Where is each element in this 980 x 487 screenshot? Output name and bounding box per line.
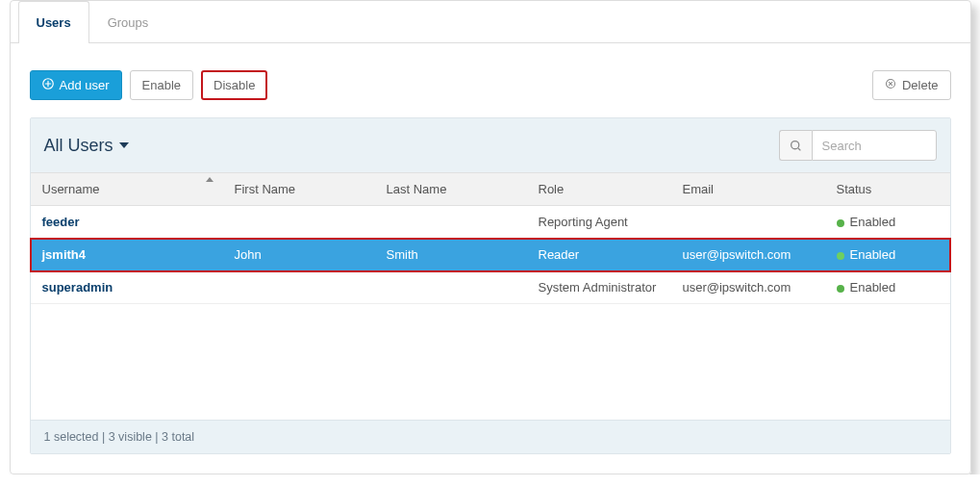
cell-status: Enabled	[825, 271, 950, 304]
panel-header: All Users	[31, 118, 950, 172]
tab-groups[interactable]: Groups	[89, 1, 167, 43]
cell-email: user@ipswitch.com	[671, 239, 825, 271]
panel-title-text: All Users	[44, 136, 113, 156]
cell-firstname: John	[223, 239, 375, 271]
cell-email	[671, 206, 825, 239]
app-shell: Users Groups Add user Enable Disable Del…	[10, 0, 971, 474]
search-icon[interactable]	[779, 130, 812, 161]
col-username-label: Username	[42, 182, 100, 196]
cell-lastname	[375, 271, 527, 304]
tab-content: Add user Enable Disable Delete All Users	[11, 43, 970, 474]
status-dot-icon	[837, 219, 844, 227]
toolbar: Add user Enable Disable Delete	[30, 70, 951, 100]
cell-firstname	[223, 271, 375, 304]
table-body: feederReporting AgentEnabledjsmith4JohnS…	[31, 206, 950, 304]
panel-title-dropdown[interactable]: All Users	[44, 136, 129, 156]
status-dot-icon	[837, 285, 844, 293]
username-link[interactable]: jsmith4	[42, 247, 87, 262]
users-panel: All Users Username	[30, 117, 951, 454]
cell-role: Reporting Agent	[527, 206, 671, 239]
col-role[interactable]: Role	[527, 173, 671, 206]
cell-role: Reader	[527, 239, 671, 271]
add-user-label: Add user	[60, 78, 110, 92]
username-link[interactable]: superadmin	[42, 280, 113, 295]
x-circle-icon	[885, 78, 896, 92]
disable-button[interactable]: Disable	[201, 70, 267, 100]
col-lastname[interactable]: Last Name	[375, 173, 527, 206]
delete-button[interactable]: Delete	[872, 70, 951, 100]
add-user-button[interactable]: Add user	[30, 70, 122, 100]
tab-bar: Users Groups	[11, 1, 970, 43]
username-link[interactable]: feeder	[42, 215, 80, 229]
plus-circle-icon	[42, 78, 54, 92]
cell-status: Enabled	[825, 239, 950, 271]
cell-firstname	[223, 206, 375, 239]
search-input[interactable]	[812, 130, 937, 161]
cell-lastname: Smith	[375, 239, 527, 271]
enable-button[interactable]: Enable	[130, 70, 193, 100]
cell-email: user@ipswitch.com	[671, 271, 825, 304]
sort-asc-icon	[206, 177, 214, 182]
svg-point-2	[791, 141, 798, 148]
panel-footer: 1 selected | 3 visible | 3 total	[31, 420, 950, 453]
table-row[interactable]: jsmith4JohnSmithReaderuser@ipswitch.comE…	[31, 239, 950, 271]
cell-lastname	[375, 206, 527, 239]
col-status[interactable]: Status	[825, 173, 950, 206]
status-dot-icon	[837, 252, 844, 260]
table-header: Username First Name Last Name Role Email…	[31, 173, 950, 206]
col-firstname[interactable]: First Name	[223, 173, 375, 206]
users-table: Username First Name Last Name Role Email…	[31, 172, 950, 304]
search-group	[779, 130, 937, 161]
table-row[interactable]: superadminSystem Administratoruser@ipswi…	[31, 271, 950, 304]
col-username[interactable]: Username	[31, 173, 223, 206]
table-row[interactable]: feederReporting AgentEnabled	[31, 206, 950, 239]
col-email[interactable]: Email	[671, 173, 825, 206]
cell-status: Enabled	[825, 206, 950, 239]
caret-down-icon	[119, 142, 129, 148]
cell-role: System Administrator	[527, 271, 671, 304]
tab-users[interactable]: Users	[18, 1, 89, 43]
delete-label: Delete	[902, 78, 939, 92]
